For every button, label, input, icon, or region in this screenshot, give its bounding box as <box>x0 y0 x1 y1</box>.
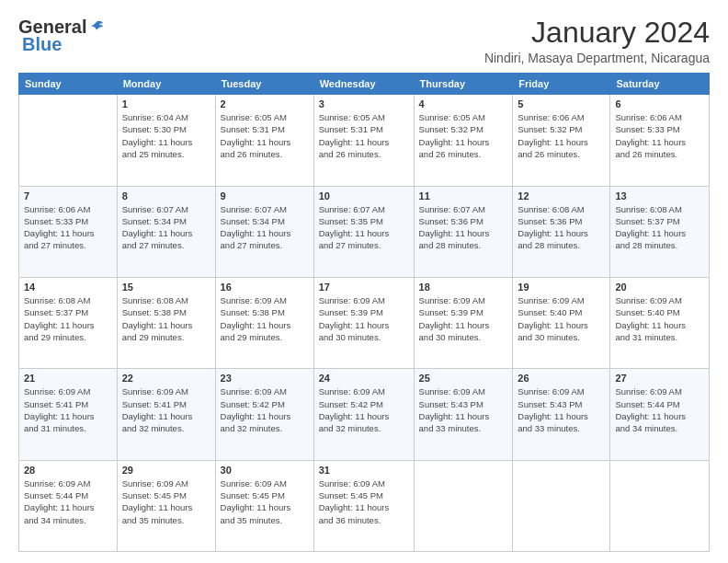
calendar-cell: 15Sunrise: 6:08 AM Sunset: 5:38 PM Dayli… <box>117 277 215 368</box>
day-info: Sunrise: 6:09 AM Sunset: 5:40 PM Dayligh… <box>518 294 605 343</box>
calendar-cell: 14Sunrise: 6:08 AM Sunset: 5:37 PM Dayli… <box>19 277 118 368</box>
calendar-cell: 6Sunrise: 6:06 AM Sunset: 5:33 PM Daylig… <box>610 95 710 186</box>
weekday-header-row: SundayMondayTuesdayWednesdayThursdayFrid… <box>19 74 710 95</box>
day-info: Sunrise: 6:06 AM Sunset: 5:33 PM Dayligh… <box>24 203 112 252</box>
calendar-cell: 1Sunrise: 6:04 AM Sunset: 5:30 PM Daylig… <box>117 95 215 186</box>
calendar-cell: 27Sunrise: 6:09 AM Sunset: 5:44 PM Dayli… <box>610 369 710 460</box>
day-number: 11 <box>419 190 508 201</box>
day-info: Sunrise: 6:09 AM Sunset: 5:39 PM Dayligh… <box>319 294 409 343</box>
day-number: 29 <box>122 465 210 476</box>
day-info: Sunrise: 6:09 AM Sunset: 5:45 PM Dayligh… <box>122 477 210 526</box>
day-info: Sunrise: 6:07 AM Sunset: 5:34 PM Dayligh… <box>221 203 309 252</box>
calendar-cell: 11Sunrise: 6:07 AM Sunset: 5:36 PM Dayli… <box>414 186 513 277</box>
calendar-cell: 26Sunrise: 6:09 AM Sunset: 5:43 PM Dayli… <box>513 369 610 460</box>
week-row-2: 7Sunrise: 6:06 AM Sunset: 5:33 PM Daylig… <box>19 186 710 277</box>
calendar-cell <box>19 95 118 186</box>
calendar-cell: 13Sunrise: 6:08 AM Sunset: 5:37 PM Dayli… <box>610 186 710 277</box>
week-row-4: 21Sunrise: 6:09 AM Sunset: 5:41 PM Dayli… <box>19 369 710 460</box>
day-number: 31 <box>319 465 409 476</box>
weekday-header-friday: Friday <box>513 74 610 95</box>
day-number: 28 <box>24 465 112 476</box>
day-info: Sunrise: 6:09 AM Sunset: 5:45 PM Dayligh… <box>221 477 309 526</box>
calendar-cell: 25Sunrise: 6:09 AM Sunset: 5:43 PM Dayli… <box>414 369 513 460</box>
calendar-cell: 31Sunrise: 6:09 AM Sunset: 5:45 PM Dayli… <box>313 460 414 551</box>
logo: General Blue <box>18 17 105 55</box>
day-info: Sunrise: 6:08 AM Sunset: 5:37 PM Dayligh… <box>615 203 704 252</box>
day-info: Sunrise: 6:09 AM Sunset: 5:39 PM Dayligh… <box>419 294 508 343</box>
day-number: 4 <box>419 98 508 109</box>
day-number: 16 <box>221 282 309 293</box>
calendar-cell: 24Sunrise: 6:09 AM Sunset: 5:42 PM Dayli… <box>313 369 414 460</box>
day-number: 22 <box>122 373 210 384</box>
calendar-cell: 18Sunrise: 6:09 AM Sunset: 5:39 PM Dayli… <box>414 277 513 368</box>
day-number: 21 <box>24 373 112 384</box>
day-number: 17 <box>319 282 409 293</box>
calendar-cell: 5Sunrise: 6:06 AM Sunset: 5:32 PM Daylig… <box>513 95 610 186</box>
week-row-3: 14Sunrise: 6:08 AM Sunset: 5:37 PM Dayli… <box>19 277 710 368</box>
day-number: 15 <box>122 282 210 293</box>
day-number: 24 <box>319 373 409 384</box>
calendar-cell: 3Sunrise: 6:05 AM Sunset: 5:31 PM Daylig… <box>313 95 414 186</box>
day-number: 14 <box>24 282 112 293</box>
day-info: Sunrise: 6:09 AM Sunset: 5:42 PM Dayligh… <box>319 385 409 434</box>
calendar-cell: 4Sunrise: 6:05 AM Sunset: 5:32 PM Daylig… <box>414 95 513 186</box>
location-title: Nindiri, Masaya Department, Nicaragua <box>484 51 710 65</box>
day-number: 26 <box>518 373 605 384</box>
week-row-1: 1Sunrise: 6:04 AM Sunset: 5:30 PM Daylig… <box>19 95 710 186</box>
day-number: 27 <box>615 373 704 384</box>
calendar-cell <box>513 460 610 551</box>
header: General Blue January 2024 Nindiri, Masay… <box>18 17 710 65</box>
day-info: Sunrise: 6:07 AM Sunset: 5:36 PM Dayligh… <box>419 203 508 252</box>
calendar-cell: 9Sunrise: 6:07 AM Sunset: 5:34 PM Daylig… <box>215 186 313 277</box>
day-number: 19 <box>518 282 605 293</box>
day-number: 18 <box>419 282 508 293</box>
calendar-cell: 19Sunrise: 6:09 AM Sunset: 5:40 PM Dayli… <box>513 277 610 368</box>
day-info: Sunrise: 6:08 AM Sunset: 5:38 PM Dayligh… <box>122 294 210 343</box>
day-number: 2 <box>221 98 309 109</box>
day-info: Sunrise: 6:09 AM Sunset: 5:41 PM Dayligh… <box>24 385 112 434</box>
calendar-cell: 10Sunrise: 6:07 AM Sunset: 5:35 PM Dayli… <box>313 186 414 277</box>
calendar-cell: 2Sunrise: 6:05 AM Sunset: 5:31 PM Daylig… <box>215 95 313 186</box>
day-info: Sunrise: 6:09 AM Sunset: 5:42 PM Dayligh… <box>221 385 309 434</box>
day-number: 9 <box>221 190 309 201</box>
weekday-header-wednesday: Wednesday <box>313 74 414 95</box>
logo-blue-text: Blue <box>22 34 62 55</box>
calendar-cell: 30Sunrise: 6:09 AM Sunset: 5:45 PM Dayli… <box>215 460 313 551</box>
day-info: Sunrise: 6:09 AM Sunset: 5:40 PM Dayligh… <box>615 294 704 343</box>
day-info: Sunrise: 6:09 AM Sunset: 5:41 PM Dayligh… <box>122 385 210 434</box>
calendar-cell <box>610 460 710 551</box>
calendar-cell: 29Sunrise: 6:09 AM Sunset: 5:45 PM Dayli… <box>117 460 215 551</box>
calendar-cell: 8Sunrise: 6:07 AM Sunset: 5:34 PM Daylig… <box>117 186 215 277</box>
calendar-cell: 28Sunrise: 6:09 AM Sunset: 5:44 PM Dayli… <box>19 460 118 551</box>
calendar-cell: 17Sunrise: 6:09 AM Sunset: 5:39 PM Dayli… <box>313 277 414 368</box>
day-number: 8 <box>122 190 210 201</box>
weekday-header-monday: Monday <box>117 74 215 95</box>
calendar-cell: 12Sunrise: 6:08 AM Sunset: 5:36 PM Dayli… <box>513 186 610 277</box>
calendar-cell: 7Sunrise: 6:06 AM Sunset: 5:33 PM Daylig… <box>19 186 118 277</box>
day-number: 30 <box>221 465 309 476</box>
day-number: 20 <box>615 282 704 293</box>
day-info: Sunrise: 6:09 AM Sunset: 5:43 PM Dayligh… <box>518 385 605 434</box>
weekday-header-thursday: Thursday <box>414 74 513 95</box>
day-info: Sunrise: 6:05 AM Sunset: 5:31 PM Dayligh… <box>221 111 309 160</box>
day-info: Sunrise: 6:05 AM Sunset: 5:31 PM Dayligh… <box>319 111 409 160</box>
day-number: 25 <box>419 373 508 384</box>
page: General Blue January 2024 Nindiri, Masay… <box>0 0 728 563</box>
day-number: 1 <box>122 98 210 109</box>
day-info: Sunrise: 6:08 AM Sunset: 5:36 PM Dayligh… <box>518 203 605 252</box>
day-info: Sunrise: 6:07 AM Sunset: 5:34 PM Dayligh… <box>122 203 210 252</box>
day-info: Sunrise: 6:09 AM Sunset: 5:44 PM Dayligh… <box>24 477 112 526</box>
day-number: 5 <box>518 98 605 109</box>
calendar-table: SundayMondayTuesdayWednesdayThursdayFrid… <box>18 73 710 552</box>
day-info: Sunrise: 6:09 AM Sunset: 5:44 PM Dayligh… <box>615 385 704 434</box>
day-number: 7 <box>24 190 112 201</box>
month-title: January 2024 <box>484 17 710 49</box>
day-info: Sunrise: 6:08 AM Sunset: 5:37 PM Dayligh… <box>24 294 112 343</box>
day-number: 10 <box>319 190 409 201</box>
calendar-cell: 20Sunrise: 6:09 AM Sunset: 5:40 PM Dayli… <box>610 277 710 368</box>
day-info: Sunrise: 6:09 AM Sunset: 5:45 PM Dayligh… <box>319 477 409 526</box>
calendar-cell: 16Sunrise: 6:09 AM Sunset: 5:38 PM Dayli… <box>215 277 313 368</box>
calendar-cell: 23Sunrise: 6:09 AM Sunset: 5:42 PM Dayli… <box>215 369 313 460</box>
day-number: 3 <box>319 98 409 109</box>
day-info: Sunrise: 6:07 AM Sunset: 5:35 PM Dayligh… <box>319 203 409 252</box>
